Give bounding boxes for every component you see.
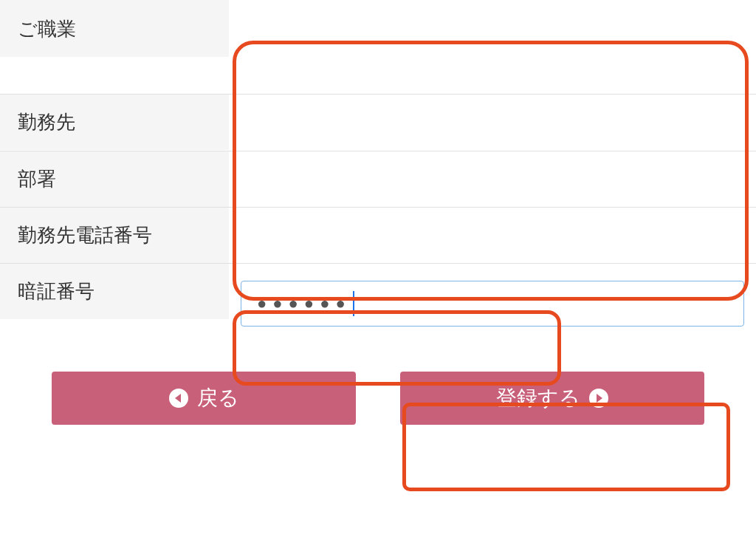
label-workplace: 勤務先 (0, 95, 229, 150)
form-row-workphone: 勤務先電話番号 (0, 208, 756, 264)
form-container: ご職業 勤務先 部署 勤務先電話番号 暗証番号 ●●●●●● (0, 0, 756, 344)
chevron-left-icon (169, 389, 188, 408)
value-workplace[interactable] (229, 95, 756, 151)
label-work-phone: 勤務先電話番号 (0, 208, 229, 263)
form-row-occupation: ご職業 (0, 0, 756, 95)
value-pin-cell: ●●●●●● (229, 264, 756, 344)
chevron-right-icon (589, 389, 608, 408)
back-button[interactable]: 戻る (52, 372, 356, 425)
form-row-workplace: 勤務先 (0, 95, 756, 151)
pin-input[interactable] (241, 281, 744, 327)
value-occupation[interactable] (229, 0, 756, 94)
submit-button-label: 登録する (496, 384, 580, 412)
form-row-pin: 暗証番号 ●●●●●● (0, 264, 756, 344)
password-wrapper: ●●●●●● (241, 281, 744, 327)
value-work-phone[interactable] (229, 208, 756, 263)
label-pin: 暗証番号 (0, 264, 229, 319)
back-button-label: 戻る (197, 384, 239, 412)
value-department[interactable] (229, 151, 756, 207)
form-row-department: 部署 (0, 151, 756, 208)
submit-button[interactable]: 登録する (400, 372, 704, 425)
form-page: ご職業 勤務先 部署 勤務先電話番号 暗証番号 ●●●●●● (0, 0, 756, 425)
button-row: 戻る 登録する (0, 344, 756, 425)
label-department: 部署 (0, 151, 229, 207)
label-occupation: ご職業 (0, 0, 229, 57)
